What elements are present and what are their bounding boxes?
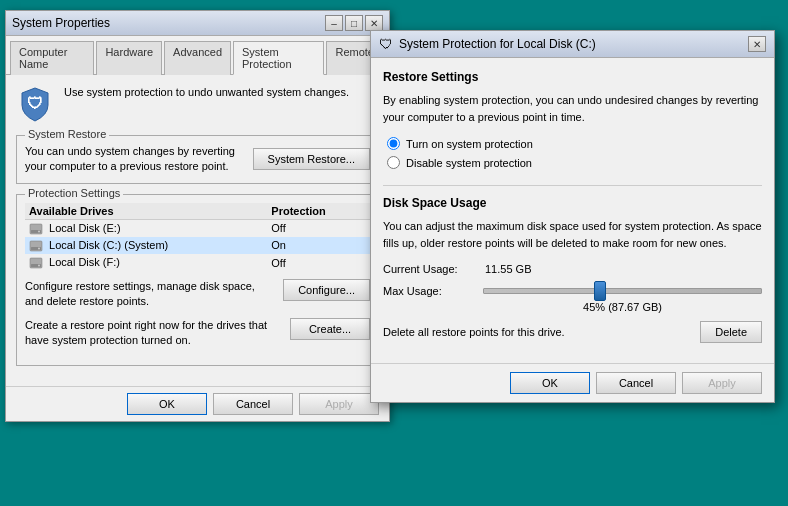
configure-text: Configure restore settings, manage disk … <box>25 279 275 310</box>
drive-protection-c: On <box>267 237 370 254</box>
sp-close-button[interactable]: ✕ <box>748 36 766 52</box>
sys-props-titlebar: System Properties – □ ✕ <box>6 11 389 36</box>
sp-titlebar: 🛡 System Protection for Local Disk (C:) … <box>371 31 774 58</box>
restore-group-title: System Restore <box>25 128 109 140</box>
sp-titlebar-controls: ✕ <box>748 36 766 52</box>
disk-space-description: You can adjust the maximum disk space us… <box>383 218 762 251</box>
sys-props-title: System Properties <box>12 16 110 30</box>
sp-title-left: 🛡 System Protection for Local Disk (C:) <box>379 36 596 52</box>
create-text: Create a restore point right now for the… <box>25 318 282 349</box>
cancel-button[interactable]: Cancel <box>213 393 293 415</box>
sp-dialog-title: System Protection for Local Disk (C:) <box>399 37 596 51</box>
option-turn-on-label: Turn on system protection <box>406 138 533 150</box>
sp-dialog: 🛡 System Protection for Local Disk (C:) … <box>370 30 775 403</box>
sp-content: Restore Settings By enabling system prot… <box>371 58 774 363</box>
sp-apply-button[interactable]: Apply <box>682 372 762 394</box>
sys-props-content: 🛡 Use system protection to undo unwanted… <box>6 75 389 386</box>
svg-point-3 <box>38 230 40 232</box>
minimize-button[interactable]: – <box>325 15 343 31</box>
create-button[interactable]: Create... <box>290 318 370 340</box>
system-restore-group: System Restore You can undo system chang… <box>16 135 379 184</box>
tab-hardware[interactable]: Hardware <box>96 41 162 75</box>
create-row: Create a restore point right now for the… <box>25 318 370 349</box>
current-usage-row: Current Usage: 11.55 GB <box>383 263 762 275</box>
slider-thumb[interactable] <box>594 281 606 301</box>
titlebar-controls: – □ ✕ <box>325 15 383 31</box>
svg-point-9 <box>38 265 40 267</box>
drive-name-f: Local Disk (F:) <box>25 254 267 271</box>
system-properties-window: System Properties – □ ✕ Computer Name Ha… <box>5 10 390 422</box>
delete-text: Delete all restore points for this drive… <box>383 326 565 338</box>
tab-advanced[interactable]: Advanced <box>164 41 231 75</box>
ok-button[interactable]: OK <box>127 393 207 415</box>
slider-track <box>483 288 762 294</box>
drive-protection-f: Off <box>267 254 370 271</box>
drive-name-c: Local Disk (C:) (System) <box>25 237 267 254</box>
restore-row: You can undo system changes by reverting… <box>25 144 370 175</box>
tab-system-protection[interactable]: System Protection <box>233 41 324 75</box>
restore-settings-title: Restore Settings <box>383 70 762 84</box>
table-row[interactable]: Local Disk (E:) Off <box>25 219 370 237</box>
table-row[interactable]: Local Disk (C:) (System) On <box>25 237 370 254</box>
max-usage-label: Max Usage: <box>383 285 473 297</box>
option-disable[interactable]: Disable system protection <box>387 156 762 169</box>
svg-point-6 <box>38 247 40 249</box>
restore-description: You can undo system changes by reverting… <box>25 144 243 175</box>
slider-percentage: 45% (87.67 GB) <box>483 301 762 313</box>
tab-computer-name[interactable]: Computer Name <box>10 41 94 75</box>
radio-disable[interactable] <box>387 156 400 169</box>
protection-settings-group: Protection Settings Available Drives Pro… <box>16 194 379 366</box>
section-divider <box>383 185 762 186</box>
drive-name-e: Local Disk (E:) <box>25 219 267 237</box>
configure-button[interactable]: Configure... <box>283 279 370 301</box>
maximize-button[interactable]: □ <box>345 15 363 31</box>
apply-button[interactable]: Apply <box>299 393 379 415</box>
sp-cancel-button[interactable]: Cancel <box>596 372 676 394</box>
option-turn-on[interactable]: Turn on system protection <box>387 137 762 150</box>
col-header-drives: Available Drives <box>25 203 267 220</box>
max-usage-row: Max Usage: <box>383 285 762 297</box>
drive-protection-e: Off <box>267 219 370 237</box>
sp-bottom-buttons: OK Cancel Apply <box>371 363 774 402</box>
protection-group-title: Protection Settings <box>25 187 123 199</box>
info-section: 🛡 Use system protection to undo unwanted… <box>16 85 379 123</box>
sp-ok-button[interactable]: OK <box>510 372 590 394</box>
info-text: Use system protection to undo unwanted s… <box>64 85 349 100</box>
svg-text:🛡: 🛡 <box>27 95 43 112</box>
drive-icon-e <box>29 222 49 234</box>
tabs-bar: Computer Name Hardware Advanced System P… <box>6 36 389 75</box>
shield-icon: 🛡 <box>16 85 54 123</box>
delete-button[interactable]: Delete <box>700 321 762 343</box>
drive-icon-c <box>29 239 49 251</box>
drive-icon-f <box>29 256 49 268</box>
restore-options-group: Turn on system protection Disable system… <box>383 137 762 169</box>
disk-space-title: Disk Space Usage <box>383 196 762 210</box>
restore-settings-description: By enabling system protection, you can u… <box>383 92 762 125</box>
close-button[interactable]: ✕ <box>365 15 383 31</box>
option-disable-label: Disable system protection <box>406 157 532 169</box>
delete-row: Delete all restore points for this drive… <box>383 321 762 343</box>
radio-turn-on[interactable] <box>387 137 400 150</box>
sys-props-bottom-buttons: OK Cancel Apply <box>6 386 389 421</box>
current-usage-value: 11.55 GB <box>485 263 531 275</box>
col-header-protection: Protection <box>267 203 370 220</box>
current-usage-label: Current Usage: <box>383 263 473 275</box>
protection-table: Available Drives Protection Local Disk (… <box>25 203 370 271</box>
configure-row: Configure restore settings, manage disk … <box>25 279 370 310</box>
system-restore-button[interactable]: System Restore... <box>253 148 370 170</box>
sp-title-shield-icon: 🛡 <box>379 36 393 52</box>
table-row[interactable]: Local Disk (F:) Off <box>25 254 370 271</box>
